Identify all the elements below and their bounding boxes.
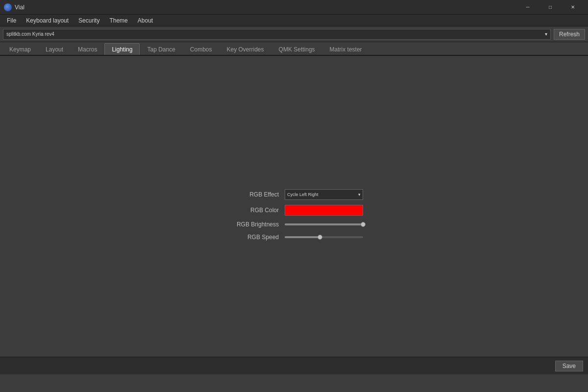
rgb-effect-arrow: ▾ xyxy=(358,192,361,197)
rgb-brightness-track xyxy=(285,223,363,225)
device-select[interactable]: splitkb.com Kyria rev4 ▾ xyxy=(3,29,551,40)
rgb-speed-thumb[interactable] xyxy=(318,235,322,240)
tab-qmk-settings[interactable]: QMK Settings xyxy=(271,43,322,55)
rgb-speed-slider[interactable] xyxy=(285,233,363,241)
save-button[interactable]: Save xyxy=(555,361,583,371)
menu-bar: File Keyboard layout Security Theme Abou… xyxy=(0,15,588,26)
device-bar: splitkb.com Kyria rev4 ▾ Refresh xyxy=(0,26,588,42)
tab-bar: Keymap Layout Macros Lighting Tap Dance … xyxy=(0,42,588,56)
lighting-panel: RGB Effect Cycle Left Right ▾ RGB Color … xyxy=(225,189,363,241)
rgb-effect-select[interactable]: Cycle Left Right ▾ xyxy=(285,189,363,200)
tab-combos[interactable]: Combos xyxy=(183,43,220,55)
tab-matrix-tester[interactable]: Matrix tester xyxy=(322,43,369,55)
minimize-button[interactable]: ─ xyxy=(516,0,539,15)
close-button[interactable]: ✕ xyxy=(562,0,584,15)
menu-file[interactable]: File xyxy=(2,16,21,25)
menu-about[interactable]: About xyxy=(133,16,158,25)
rgb-color-swatch[interactable] xyxy=(285,205,363,216)
rgb-speed-label: RGB Speed xyxy=(225,234,279,241)
tab-keymap[interactable]: Keymap xyxy=(2,43,38,55)
rgb-color-label: RGB Color xyxy=(225,207,279,214)
rgb-brightness-slider[interactable] xyxy=(285,220,363,228)
rgb-speed-track xyxy=(285,236,363,238)
tab-tap-dance[interactable]: Tap Dance xyxy=(140,43,182,55)
maximize-button[interactable]: □ xyxy=(539,0,562,15)
device-name: splitkb.com Kyria rev4 xyxy=(6,31,54,37)
footer: Save xyxy=(0,357,588,374)
app-title: Vial xyxy=(15,4,516,11)
rgb-brightness-label: RGB Brightness xyxy=(225,221,279,228)
rgb-brightness-thumb[interactable] xyxy=(361,222,366,227)
title-bar: Vial ─ □ ✕ xyxy=(0,0,588,15)
menu-security[interactable]: Security xyxy=(74,16,104,25)
device-dropdown-arrow: ▾ xyxy=(545,31,547,37)
menu-theme[interactable]: Theme xyxy=(104,16,132,25)
menu-keyboard-layout[interactable]: Keyboard layout xyxy=(21,16,74,25)
tab-layout[interactable]: Layout xyxy=(38,43,71,55)
rgb-brightness-fill xyxy=(285,223,363,225)
rgb-effect-value: Cycle Left Right xyxy=(287,192,318,197)
rgb-speed-fill xyxy=(285,236,320,238)
refresh-button[interactable]: Refresh xyxy=(554,29,585,40)
window-controls: ─ □ ✕ xyxy=(516,0,584,15)
app-icon xyxy=(4,3,12,11)
rgb-effect-label: RGB Effect xyxy=(225,191,279,198)
main-content: RGB Effect Cycle Left Right ▾ RGB Color … xyxy=(0,56,588,374)
tab-key-overrides[interactable]: Key Overrides xyxy=(220,43,271,55)
tab-lighting[interactable]: Lighting xyxy=(104,43,140,55)
tab-macros[interactable]: Macros xyxy=(71,43,104,55)
